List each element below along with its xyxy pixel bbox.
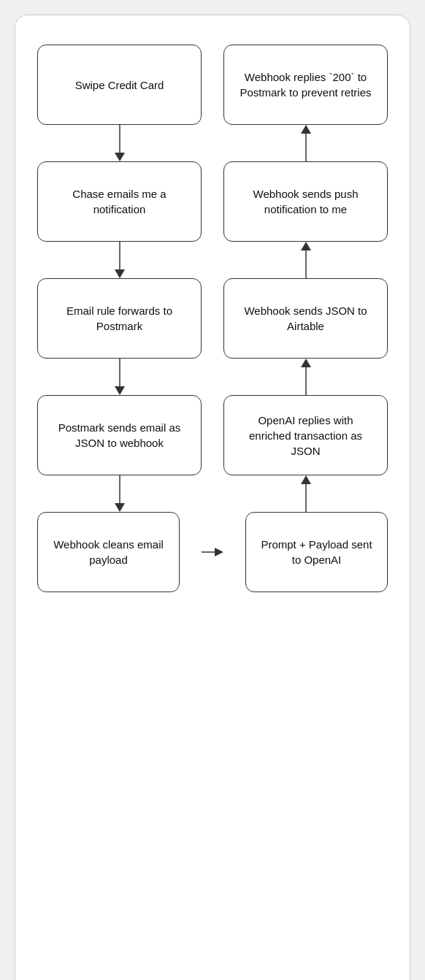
arrows-row-3	[37, 359, 388, 395]
arrow-up-2	[223, 242, 388, 278]
svg-marker-13	[115, 503, 125, 512]
svg-marker-15	[301, 475, 311, 484]
diagram-inner: Swipe Credit Card Webhook replies `200` …	[37, 45, 388, 592]
row-2: Chase emails me a notification Webhook s…	[37, 161, 388, 242]
node-webhook-json-label: Webhook sends JSON to Airtable	[236, 303, 375, 334]
node-swipe-card: Swipe Credit Card	[37, 45, 202, 125]
node-webhook-200: Webhook replies `200` to Postmark to pre…	[223, 45, 388, 125]
col-left-5: Webhook cleans email payload	[37, 512, 180, 592]
arrow-down-svg-2	[112, 242, 127, 278]
node-chase-email-label: Chase emails me a notification	[50, 186, 189, 217]
col-left-1: Swipe Credit Card	[37, 45, 202, 125]
diagram-container: Swipe Credit Card Webhook replies `200` …	[15, 15, 410, 980]
row-1: Swipe Credit Card Webhook replies `200` …	[37, 45, 388, 125]
arrow-down-svg-1	[112, 125, 127, 161]
col-right-4: OpenAI replies with enriched transaction…	[223, 395, 388, 475]
node-prompt-payload: Prompt + Payload sent to OpenAI	[245, 512, 388, 592]
node-postmark-sends: Postmark sends email as JSON to webhook	[37, 395, 202, 475]
svg-marker-1	[115, 153, 125, 161]
col-right-3: Webhook sends JSON to Airtable	[223, 278, 388, 359]
arrow-up-svg-2	[299, 242, 313, 278]
node-prompt-payload-label: Prompt + Payload sent to OpenAI	[258, 537, 375, 567]
row-3: Email rule forwards to Postmark Webhook …	[37, 278, 388, 359]
arrow-down-3	[37, 359, 202, 395]
node-swipe-card-label: Swipe Credit Card	[75, 77, 164, 93]
node-webhook-push-label: Webhook sends push notification to me	[236, 186, 375, 217]
node-webhook-json: Webhook sends JSON to Airtable	[223, 278, 388, 359]
arrow-up-4	[223, 475, 388, 512]
arrows-row-2	[37, 242, 388, 278]
svg-marker-5	[115, 269, 125, 278]
arrow-up-svg-3	[299, 359, 313, 395]
svg-marker-7	[301, 242, 311, 250]
node-webhook-cleans-label: Webhook cleans email payload	[50, 537, 167, 567]
col-right-2: Webhook sends push notification to me	[223, 161, 388, 242]
node-openai-replies: OpenAI replies with enriched transaction…	[223, 395, 388, 475]
col-right-1: Webhook replies `200` to Postmark to pre…	[223, 45, 388, 125]
col-right-5: Prompt + Payload sent to OpenAI	[245, 512, 388, 592]
arrow-up-svg-1	[299, 125, 313, 161]
arrow-down-1	[37, 125, 202, 161]
arrow-down-svg-3	[112, 359, 127, 395]
arrow-down-2	[37, 242, 202, 278]
arrow-down-4	[37, 475, 202, 512]
node-openai-replies-label: OpenAI replies with enriched transaction…	[236, 413, 375, 459]
col-left-4: Postmark sends email as JSON to webhook	[37, 395, 202, 475]
arrows-row-4	[37, 475, 388, 512]
svg-marker-17	[215, 548, 223, 556]
node-chase-email: Chase emails me a notification	[37, 161, 202, 242]
row-4: Postmark sends email as JSON to webhook …	[37, 395, 388, 475]
svg-marker-3	[301, 125, 311, 134]
horizontal-arrow-container	[202, 545, 223, 559]
node-postmark-sends-label: Postmark sends email as JSON to webhook	[50, 420, 189, 451]
arrow-down-svg-4	[112, 475, 127, 512]
row-5: Webhook cleans email payload Prompt + Pa…	[37, 512, 388, 592]
arrow-up-3	[223, 359, 388, 395]
svg-marker-11	[301, 359, 311, 367]
arrow-right-svg	[202, 545, 223, 559]
arrow-up-svg-4	[299, 475, 313, 512]
svg-marker-9	[115, 386, 125, 395]
node-webhook-cleans: Webhook cleans email payload	[37, 512, 180, 592]
node-email-rule: Email rule forwards to Postmark	[37, 278, 202, 359]
col-left-2: Chase emails me a notification	[37, 161, 202, 242]
arrow-up-1	[223, 125, 388, 161]
arrows-row-1	[37, 125, 388, 161]
col-left-3: Email rule forwards to Postmark	[37, 278, 202, 359]
node-webhook-push: Webhook sends push notification to me	[223, 161, 388, 242]
node-webhook-200-label: Webhook replies `200` to Postmark to pre…	[236, 69, 375, 100]
node-email-rule-label: Email rule forwards to Postmark	[50, 303, 189, 334]
